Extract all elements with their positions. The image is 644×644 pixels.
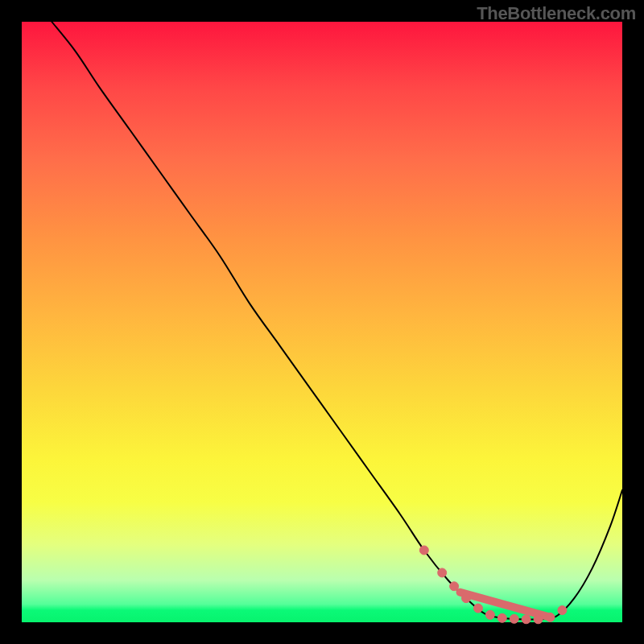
svg-point-12 (558, 606, 567, 615)
svg-point-7 (497, 613, 506, 622)
svg-point-3 (450, 582, 459, 591)
svg-point-1 (419, 546, 428, 555)
optimal-zone-markers (419, 546, 567, 624)
watermark-text: TheBottleneck.com (477, 3, 636, 24)
svg-point-9 (522, 615, 530, 624)
svg-point-2 (438, 568, 447, 577)
bottleneck-curve (52, 22, 622, 620)
svg-point-5 (473, 604, 482, 613)
plot-area (22, 22, 622, 622)
curve-svg (22, 22, 622, 622)
svg-point-10 (534, 615, 543, 624)
svg-point-11 (546, 613, 555, 621)
svg-point-4 (462, 594, 471, 603)
chart-frame: TheBottleneck.com (0, 0, 644, 644)
svg-point-6 (485, 610, 494, 619)
svg-point-8 (510, 614, 518, 623)
